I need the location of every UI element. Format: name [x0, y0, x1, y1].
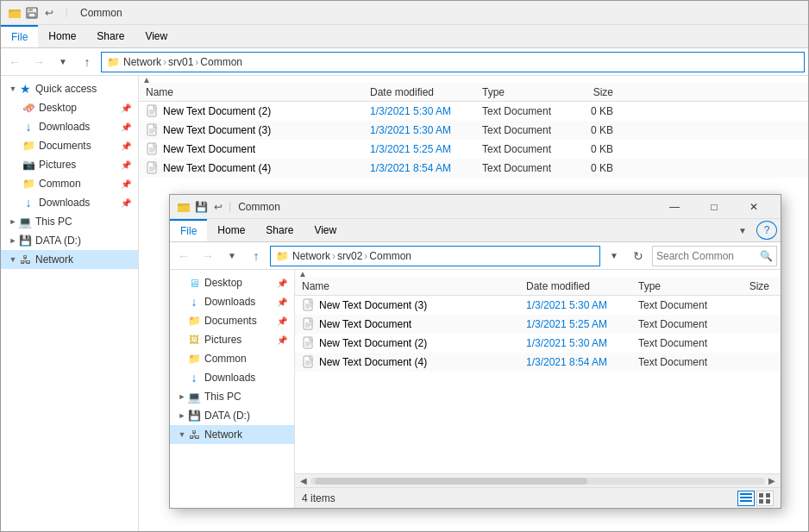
this-pc-expander[interactable]: ► — [8, 216, 18, 227]
tab-home[interactable]: Home — [38, 25, 86, 47]
tab-file[interactable]: File — [1, 25, 38, 47]
tab-share[interactable]: Share — [86, 25, 135, 47]
second-col-header-type[interactable]: Type — [635, 280, 721, 292]
second-sidebar-this-pc[interactable]: ► 💻 This PC — [170, 387, 294, 406]
second-tab-home[interactable]: Home — [207, 219, 255, 241]
second-sidebar-desktop[interactable]: 🖥 Desktop 📌 — [170, 273, 294, 292]
main-ribbon: File Home Share View — [1, 25, 808, 48]
col-header-date[interactable]: Date modified — [367, 86, 479, 98]
sidebar-downloads2[interactable]: ↓ Downloads 📌 — [1, 193, 138, 212]
save-icon[interactable] — [25, 6, 39, 20]
second-col-header-size[interactable]: Size — [721, 280, 773, 292]
second-file-row-3[interactable]: New Text Document (4) 1/3/2021 8:54 AM T… — [295, 353, 781, 372]
sidebar-common[interactable]: 📁 Common 📌 — [1, 174, 138, 193]
forward-button[interactable]: → — [28, 52, 49, 72]
file-row-3[interactable]: New Text Document (4) 1/3/2021 8:54 AM T… — [139, 159, 808, 178]
app-icon — [8, 6, 22, 20]
second-sidebar: 🖥 Desktop 📌 ↓ Downloads 📌 📁 Documents 📌 … — [170, 270, 295, 508]
second-path-common[interactable]: Common — [369, 250, 411, 262]
recent-locations-button[interactable]: ▼ — [53, 52, 73, 72]
second-col-header-name[interactable]: Name — [298, 280, 523, 292]
second-horizontal-scrollbar[interactable]: ◀ ▶ — [295, 473, 781, 487]
second-common-label: Common — [204, 353, 247, 365]
second-path-srv02[interactable]: srv02 — [337, 250, 362, 262]
sidebar-data-d[interactable]: ► 💾 DATA (D:) — [1, 231, 138, 250]
scroll-right-arrow[interactable]: ▶ — [765, 474, 779, 488]
second-this-pc-expander[interactable]: ► — [177, 391, 187, 402]
second-col-header-date[interactable]: Date modified — [523, 280, 635, 292]
file-row-1[interactable]: New Text Document (3) 1/3/2021 5:30 AM T… — [139, 121, 808, 140]
sidebar-network[interactable]: ▼ 🖧 Network — [1, 250, 138, 269]
second-file-row-0[interactable]: New Text Document (3) 1/3/2021 5:30 AM T… — [295, 296, 781, 315]
title-bar-icons: ↩ | — [8, 6, 73, 20]
second-sidebar-downloads2[interactable]: ↓ Downloads — [170, 368, 294, 387]
svg-rect-1 — [9, 11, 21, 18]
details-view-btn[interactable] — [737, 491, 755, 506]
network-expander[interactable]: ▼ — [8, 254, 18, 265]
sidebar-downloads[interactable]: ↓ Downloads 📌 — [1, 117, 138, 136]
large-icons-view-btn[interactable] — [756, 491, 774, 506]
second-sidebar-downloads[interactable]: ↓ Downloads 📌 — [170, 292, 294, 311]
downloads2-label: Downloads — [39, 197, 90, 209]
second-downloads-icon: ↓ — [187, 295, 201, 309]
file-row-0[interactable]: New Text Document (2) 1/3/2021 5:30 AM T… — [139, 102, 808, 121]
scroll-thumb[interactable] — [315, 478, 587, 485]
second-back-button[interactable]: ← — [173, 246, 194, 266]
file-row-2[interactable]: New Text Document 1/3/2021 5:25 AM Text … — [139, 140, 808, 159]
undo-icon[interactable]: ↩ — [42, 6, 56, 20]
second-file-row-1[interactable]: New Text Document 1/3/2021 5:25 AM Text … — [295, 315, 781, 334]
second-undo-icon[interactable]: ↩ — [211, 200, 225, 214]
second-save-icon[interactable]: 💾 — [194, 200, 208, 214]
sidebar-documents[interactable]: 📁 Documents 📌 — [1, 136, 138, 155]
file-date-3: 1/3/2021 8:54 AM — [367, 162, 479, 174]
second-file-list-header: Name Date modified Type Size — [295, 277, 781, 296]
path-srv01[interactable]: srv01 — [168, 56, 193, 68]
second-forward-button[interactable]: → — [198, 246, 218, 266]
second-recent-button[interactable]: ▼ — [222, 246, 242, 266]
path-common[interactable]: Common — [200, 56, 242, 68]
col-header-type[interactable]: Type — [479, 86, 565, 98]
second-refresh-button[interactable]: ↻ — [628, 246, 649, 266]
tab-view[interactable]: View — [135, 25, 178, 47]
second-path-dropdown[interactable]: ▼ — [604, 246, 624, 266]
sidebar-pictures[interactable]: 📷 Pictures 📌 — [1, 155, 138, 174]
close-button[interactable]: ✕ — [734, 195, 774, 219]
second-sidebar-network[interactable]: ▼ 🖧 Network — [170, 425, 294, 444]
second-sidebar-pictures[interactable]: 🖼 Pictures 📌 — [170, 330, 294, 349]
file-name-0: New Text Document (2) — [163, 105, 271, 117]
col-header-name[interactable]: Name — [142, 86, 367, 98]
quick-access-expander[interactable]: ▼ — [8, 84, 18, 94]
col-header-size[interactable]: Size — [565, 86, 617, 98]
second-data-d-expander[interactable]: ► — [177, 410, 187, 421]
minimize-button[interactable]: — — [655, 195, 694, 219]
path-network[interactable]: Network — [123, 56, 161, 68]
sidebar-quick-access[interactable]: ▼ ★ Quick access — [1, 79, 138, 98]
second-common-icon: 📁 — [187, 352, 201, 366]
second-sidebar-common[interactable]: 📁 Common — [170, 349, 294, 368]
scroll-track[interactable] — [310, 478, 765, 485]
second-tab-view[interactable]: View — [304, 219, 347, 241]
second-search-input[interactable] — [656, 250, 760, 262]
second-sidebar-data-d[interactable]: ► 💾 DATA (D:) — [170, 406, 294, 425]
second-sidebar-documents[interactable]: 📁 Documents 📌 — [170, 311, 294, 330]
svg-rect-24 — [178, 203, 183, 206]
second-file-row-2[interactable]: New Text Document (2) 1/3/2021 5:30 AM T… — [295, 334, 781, 353]
second-tab-share[interactable]: Share — [255, 219, 304, 241]
second-network-expander[interactable]: ▼ — [177, 429, 187, 440]
maximize-button[interactable]: □ — [694, 195, 734, 219]
sidebar-this-pc[interactable]: ► 💻 This PC — [1, 212, 138, 231]
back-button[interactable]: ← — [4, 52, 25, 72]
address-path[interactable]: 📁 Network › srv01 › Common — [101, 52, 805, 72]
sidebar-desktop[interactable]: 🛷 Desktop 📌 — [1, 98, 138, 117]
scroll-left-arrow[interactable]: ◀ — [297, 474, 310, 488]
second-up-button[interactable]: ↑ — [246, 246, 267, 266]
second-path-network[interactable]: Network — [292, 250, 330, 262]
data-d-expander[interactable]: ► — [8, 235, 18, 246]
second-expand-btn[interactable]: ▼ — [732, 220, 753, 241]
second-search-icon[interactable]: 🔍 — [760, 250, 773, 262]
second-address-path[interactable]: 📁 Network › srv02 › Common — [270, 246, 600, 266]
second-help-btn[interactable]: ? — [756, 221, 777, 240]
second-file-type-0: Text Document — [635, 299, 721, 311]
second-tab-file[interactable]: File — [170, 219, 207, 241]
up-button[interactable]: ↑ — [77, 52, 97, 72]
